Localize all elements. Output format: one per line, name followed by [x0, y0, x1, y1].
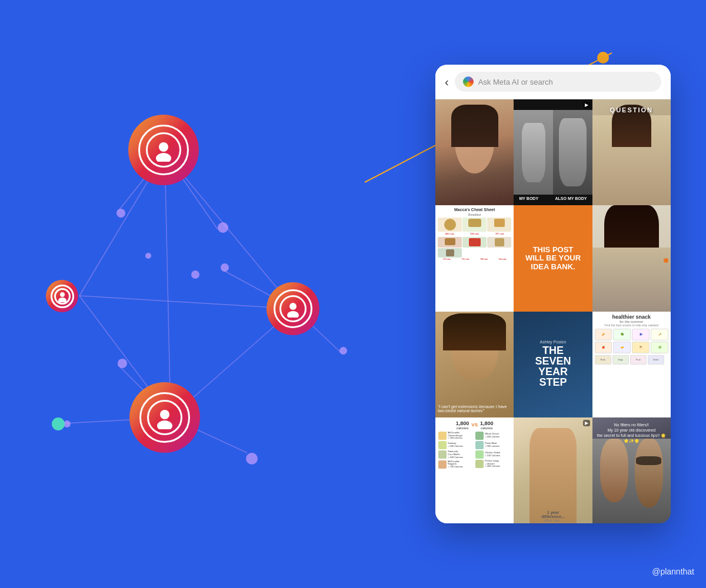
- grid-cell-no-filters[interactable]: No filters no fillers!!My 10 year old di…: [592, 417, 671, 523]
- network-dot-5: [246, 453, 258, 465]
- svg-point-18: [287, 311, 299, 318]
- svg-line-2: [165, 153, 171, 417]
- svg-point-15: [159, 142, 168, 152]
- fitness-video-badge: ▶: [583, 420, 590, 426]
- grid-cell-fitness[interactable]: ▶ 1 yeardifference... What I did...: [514, 417, 592, 523]
- svg-point-20: [157, 420, 172, 429]
- orange-dot-top: [597, 52, 609, 64]
- maccas-title: Macca's Cheat Sheet: [438, 208, 511, 212]
- meta-ai-icon: [463, 76, 474, 87]
- back-arrow[interactable]: ‹: [445, 75, 449, 89]
- phone-mockup: ‹ Ask Meta AI or search: [435, 65, 671, 523]
- grid-cell-my-body[interactable]: MY BODY ALSO MY BODY ▶: [514, 99, 592, 205]
- avatar-node-top: [128, 115, 199, 185]
- network-dot-teal: [52, 417, 65, 430]
- svg-point-16: [156, 153, 171, 162]
- grid-cell-question[interactable]: QUESTION: [592, 99, 671, 205]
- grid-cell-calories[interactable]: 1,800 calories VS 1,800 calories McDonal…: [435, 417, 514, 523]
- book-author-top: Ashley Poston: [540, 340, 567, 344]
- svg-point-21: [60, 292, 65, 297]
- svg-point-17: [289, 303, 297, 310]
- question-label: QUESTION: [610, 106, 653, 113]
- svg-line-3: [79, 296, 294, 309]
- grid-cell-seven-year[interactable]: Ashley Poston THESEVENYEARSTEP: [514, 312, 592, 417]
- video-badge: ▶: [583, 102, 590, 108]
- search-placeholder: Ask Meta AI or search: [478, 78, 553, 86]
- grid-cell-maccas[interactable]: Macca's Cheat Sheet Breakfast 860 cals 3: [435, 205, 514, 311]
- network-dot-1: [218, 222, 228, 233]
- grid-cell-natural-lashes[interactable]: "I can't get extensions because I have t…: [435, 312, 514, 417]
- network-dot-8: [145, 253, 151, 259]
- network-dot-7: [339, 347, 347, 355]
- network-dot-9: [191, 270, 199, 279]
- idea-bank-text: THIS POST WILL BE YOUR IDEA BANK.: [518, 241, 587, 276]
- branding-handle: @plannthat: [652, 567, 694, 576]
- phone-header: ‹ Ask Meta AI or search: [435, 65, 671, 99]
- network-dot-3: [221, 263, 229, 272]
- grid-cell-snack[interactable]: healthier snack for the summer Find the …: [592, 312, 671, 417]
- instagram-grid: MY BODY ALSO MY BODY ▶ QUESTION Macca's …: [435, 99, 671, 523]
- snack-header: healthier snack: [595, 314, 668, 320]
- no-filters-text: No filters no fillers!!My 10 year old di…: [595, 422, 668, 443]
- grid-cell-woman-back[interactable]: [592, 205, 671, 311]
- network-dot-4: [118, 359, 127, 368]
- lashes-caption: "I can't get extensions because I have t…: [438, 405, 511, 413]
- grid-cell-idea-bank[interactable]: THIS POST WILL BE YOUR IDEA BANK.: [514, 205, 592, 311]
- book-title: THESEVENYEARSTEP: [535, 345, 571, 387]
- svg-point-19: [160, 410, 169, 419]
- avatar-node-small: [46, 280, 78, 312]
- avatar-node-middle: [267, 282, 319, 335]
- grid-cell-woman-portrait[interactable]: [435, 99, 514, 205]
- search-bar[interactable]: Ask Meta AI or search: [455, 72, 661, 92]
- avatar-node-bottom: [129, 382, 200, 453]
- network-dot-2: [116, 209, 125, 218]
- svg-point-22: [58, 298, 66, 302]
